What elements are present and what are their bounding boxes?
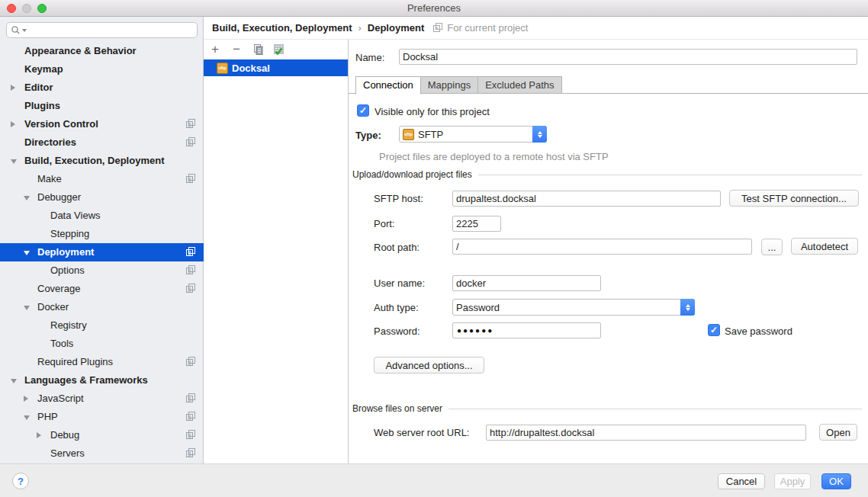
ok-button[interactable]: OK [821,473,851,489]
use-as-default-icon [273,43,285,56]
server-list-panel: + − [204,40,349,463]
sidebar-item-label: JavaScript [37,393,84,404]
for-current-project-icon [186,137,196,147]
sidebar-item-appearance-behavior[interactable]: Appearance & Behavior [0,42,204,60]
user-name-input[interactable] [452,275,601,291]
tab-excluded-paths[interactable]: Excluded Paths [478,76,561,94]
sidebar-item-label: Debugger [37,191,81,203]
sidebar-item-label: Editor [24,82,53,93]
sidebar-item-label: Registry [50,319,87,331]
sidebar-item-label: Plugins [24,100,60,111]
sidebar-item-make[interactable]: Make [0,170,204,188]
select-stepper-icon[interactable] [680,299,695,316]
sidebar-item-directories[interactable]: Directories [0,133,204,152]
chevron-right-icon[interactable] [24,396,28,402]
browse-section-title: Browse files on server [352,403,442,414]
cancel-button[interactable]: Cancel [718,473,765,489]
for-current-project-icon [186,247,196,257]
sidebar-item-label: Languages & Frameworks [24,374,148,386]
password-label: Password: [374,325,420,337]
sidebar-item-keymap[interactable]: Keymap [0,60,204,79]
sidebar-item-label: Options [50,265,85,276]
save-password-checkbox[interactable]: ✓ [708,324,720,336]
type-select[interactable]: sftp SFTP [399,126,547,143]
chevron-down-icon[interactable] [11,159,17,164]
password-input[interactable]: ●●●●●● [452,322,601,338]
web-server-root-url-input[interactable] [486,425,806,441]
tab-strip: ConnectionMappingsExcluded Paths [349,76,868,94]
breadcrumb-current: Deployment [368,22,424,34]
sidebar-item-label: Directories [24,136,76,148]
sidebar-item-version-control[interactable]: Version Control [0,115,204,133]
search-options-caret-icon[interactable] [22,29,27,32]
breadcrumb-separator: › [358,22,361,34]
sidebar-item-docker[interactable]: Docker [0,298,204,316]
port-input[interactable] [452,216,501,232]
sidebar-item-tools[interactable]: Tools [0,335,204,353]
copy-server-button[interactable] [251,43,265,56]
open-url-button[interactable]: Open [819,424,857,441]
sidebar-item-debug[interactable]: Debug [0,426,204,444]
help-button[interactable]: ? [12,473,29,489]
sidebar-item-coverage[interactable]: Coverage [0,280,204,298]
select-stepper-icon[interactable] [532,126,547,143]
apply-button[interactable]: Apply [774,473,811,489]
sidebar-item-editor[interactable]: Editor [0,79,204,97]
sftp-host-input[interactable] [452,191,721,207]
sidebar-item-servers[interactable]: Servers [0,444,204,463]
root-path-input[interactable] [452,239,752,255]
sidebar-item-build-execution-deployment[interactable]: Build, Execution, Deployment [0,152,204,170]
visible-only-checkbox[interactable]: ✓ [357,104,369,117]
auth-type-select[interactable]: Password [452,299,695,316]
sidebar-item-data-views[interactable]: Data Views [0,207,204,225]
sidebar-item-stepping[interactable]: Stepping [0,225,204,243]
sidebar-item-label: Required Plugins [37,356,113,367]
sidebar-item-plugins[interactable]: Plugins [0,97,204,115]
breadcrumb-parent[interactable]: Build, Execution, Deployment [212,22,352,34]
sidebar-item-deployment[interactable]: Deployment [0,243,204,261]
for-current-project-icon [186,412,196,422]
chevron-right-icon[interactable] [11,121,15,127]
tab-connection[interactable]: Connection [355,76,421,95]
browse-section-header: Browse files on server [352,403,862,414]
sidebar-item-label: Appearance & Behavior [24,45,137,56]
deployment-form: Name: ConnectionMappingsExcluded Paths ✓… [349,40,868,463]
sidebar-item-options[interactable]: Options [0,261,204,280]
server-item-docksal[interactable]: sftpDocksal [204,59,348,76]
sidebar-item-languages-frameworks[interactable]: Languages & Frameworks [0,371,204,390]
settings-search-input[interactable] [6,22,198,38]
chevron-down-icon[interactable] [24,415,30,420]
server-item-label: Docksal [232,63,270,74]
remove-server-button[interactable]: − [230,43,243,56]
sidebar-item-php[interactable]: PHP [0,408,204,426]
chevron-down-icon[interactable] [24,251,30,255]
add-server-button[interactable]: + [208,43,222,56]
test-sftp-connection-button[interactable]: Test SFTP connection... [729,190,859,207]
tab-mappings[interactable]: Mappings [421,76,478,94]
sidebar-item-required-plugins[interactable]: Required Plugins [0,353,204,371]
scope-label: For current project [447,22,528,34]
preferences-window: Preferences Appearance & BehaviorKeymapE… [0,0,868,497]
for-current-project-icon [186,284,196,293]
sidebar-item-registry[interactable]: Registry [0,316,204,335]
type-value: SFTP [418,129,529,140]
settings-tree: Appearance & BehaviorKeymapEditorPlugins… [0,42,204,463]
advanced-options-button[interactable]: Advanced options... [374,357,484,374]
sidebar-item-debugger[interactable]: Debugger [0,188,204,207]
name-input[interactable] [399,49,857,65]
chevron-right-icon[interactable] [11,85,15,91]
for-current-project-icon [433,23,443,33]
titlebar: Preferences [0,0,868,17]
for-current-project-icon [186,174,196,184]
autodetect-button[interactable]: Autodetect [791,238,858,255]
settings-sidebar: Appearance & BehaviorKeymapEditorPlugins… [0,17,204,463]
sidebar-item-javascript[interactable]: JavaScript [0,390,204,408]
chevron-down-icon[interactable] [24,196,30,200]
type-label: Type: [355,130,381,141]
chevron-down-icon[interactable] [11,379,17,383]
browse-root-path-button[interactable]: ... [761,239,783,255]
chevron-down-icon[interactable] [24,306,30,310]
use-as-default-button[interactable] [272,43,286,56]
sidebar-item-label: Tools [50,338,73,349]
chevron-right-icon[interactable] [37,432,41,438]
